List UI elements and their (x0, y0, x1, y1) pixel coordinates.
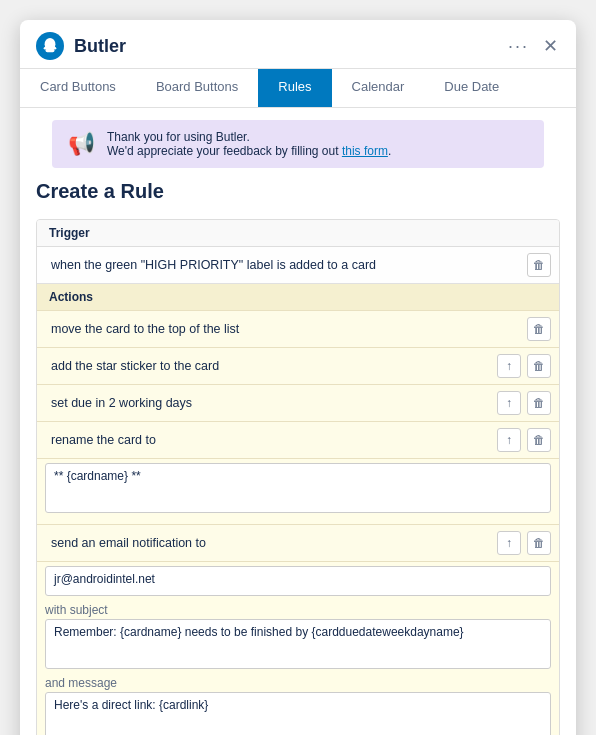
tab-card-buttons[interactable]: Card Buttons (20, 69, 136, 107)
main-content: 📢 Thank you for using Butler. We'd appre… (20, 120, 576, 735)
action-row-1: move the card to the top of the list 🗑 (37, 311, 559, 348)
action-1-delete-button[interactable]: 🗑 (527, 317, 551, 341)
subject-label: with subject (45, 599, 551, 619)
title-actions: ··· ✕ (508, 35, 560, 57)
more-icon[interactable]: ··· (508, 36, 529, 57)
action-5-up-button[interactable]: ↑ (497, 531, 521, 555)
action-3-up-button[interactable]: ↑ (497, 391, 521, 415)
app-title: Butler (74, 36, 508, 57)
action-4-textarea[interactable]: ** {cardname} ** (45, 463, 551, 513)
action-text-3: set due in 2 working days (45, 394, 491, 412)
rule-card: Trigger when the green "HIGH PRIORITY" l… (36, 219, 560, 735)
delete-icon: 🗑 (533, 396, 545, 410)
action-5-delete-button[interactable]: 🗑 (527, 531, 551, 555)
action-row-3: set due in 2 working days ↑ 🗑 (37, 385, 559, 422)
actions-section-header: Actions (37, 284, 559, 311)
feedback-link[interactable]: this form (342, 144, 388, 158)
action-row-5: send an email notification to ↑ 🗑 (37, 525, 559, 562)
action-row-4: rename the card to ↑ 🗑 (37, 422, 559, 459)
delete-icon: 🗑 (533, 258, 545, 272)
page-title: Create a Rule (36, 180, 560, 203)
action-text-4: rename the card to (45, 431, 491, 449)
tabs-bar: Card Buttons Board Buttons Rules Calenda… (20, 69, 576, 108)
up-arrow-icon: ↑ (506, 433, 512, 447)
up-arrow-icon: ↑ (506, 359, 512, 373)
action-text-5: send an email notification to (45, 534, 491, 552)
delete-icon: 🗑 (533, 433, 545, 447)
action-3-delete-button[interactable]: 🗑 (527, 391, 551, 415)
action-4-sub-row: ** {cardname} ** (37, 459, 559, 525)
tab-board-buttons[interactable]: Board Buttons (136, 69, 258, 107)
action-5-email-row: jr@androidintel.net with subject Remembe… (37, 562, 559, 735)
trigger-row: when the green "HIGH PRIORITY" label is … (37, 247, 559, 284)
action-5-subject-field[interactable]: Remember: {cardname} needs to be finishe… (45, 619, 551, 669)
butler-logo (36, 32, 64, 60)
butler-window: Butler ··· ✕ Card Buttons Board Buttons … (20, 20, 576, 735)
trigger-text: when the green "HIGH PRIORITY" label is … (45, 254, 521, 276)
trigger-section-header: Trigger (37, 220, 559, 247)
up-arrow-icon: ↑ (506, 396, 512, 410)
tab-rules[interactable]: Rules (258, 69, 331, 107)
action-4-up-button[interactable]: ↑ (497, 428, 521, 452)
action-4-delete-button[interactable]: 🗑 (527, 428, 551, 452)
feedback-text: Thank you for using Butler. We'd appreci… (107, 130, 391, 158)
action-text-1: move the card to the top of the list (45, 320, 521, 338)
action-5-message-field[interactable]: Here's a direct link: {cardlink} (45, 692, 551, 735)
action-text-2: add the star sticker to the card (45, 357, 491, 375)
delete-icon: 🗑 (533, 322, 545, 336)
delete-icon: 🗑 (533, 359, 545, 373)
action-5-email-field[interactable]: jr@androidintel.net (45, 566, 551, 596)
megaphone-icon: 📢 (68, 131, 95, 157)
action-row-2: add the star sticker to the card ↑ 🗑 (37, 348, 559, 385)
tab-calendar[interactable]: Calendar (332, 69, 425, 107)
up-arrow-icon: ↑ (506, 536, 512, 550)
message-label: and message (45, 672, 551, 692)
close-icon[interactable]: ✕ (543, 35, 560, 57)
actions-section: Actions move the card to the top of the … (37, 284, 559, 735)
action-2-delete-button[interactable]: 🗑 (527, 354, 551, 378)
trigger-delete-button[interactable]: 🗑 (527, 253, 551, 277)
svg-rect-2 (44, 47, 57, 50)
feedback-banner: 📢 Thank you for using Butler. We'd appre… (52, 120, 544, 168)
action-2-up-button[interactable]: ↑ (497, 354, 521, 378)
title-bar: Butler ··· ✕ (20, 20, 576, 69)
delete-icon: 🗑 (533, 536, 545, 550)
tab-due-date[interactable]: Due Date (424, 69, 519, 107)
